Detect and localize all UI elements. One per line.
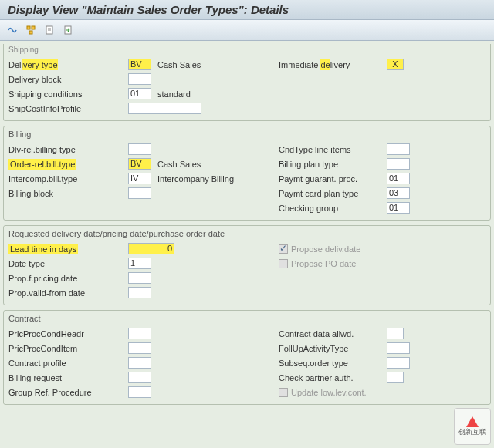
- checkbox-update-low[interactable]: [279, 388, 288, 397]
- toolbar: [0, 20, 494, 41]
- window-title: Display View "Maintain Sales Order Types…: [0, 0, 494, 20]
- label-lead-time: Lead time in days: [8, 244, 128, 254]
- label-bill-req: Billing request: [8, 373, 128, 382]
- field-dlv-rel[interactable]: [128, 143, 151, 155]
- svg-rect-0: [27, 26, 30, 29]
- label-pric-item: PricProcCondItem: [8, 344, 128, 353]
- label-delivery-type: Delivery type: [8, 60, 128, 69]
- label-bill-plan: Billing plan type: [279, 160, 387, 169]
- field-subseq[interactable]: [387, 357, 410, 369]
- field-contract-data[interactable]: [387, 328, 404, 339]
- toggle-icon[interactable]: [5, 22, 20, 38]
- label-propose-po: Propose PO date: [291, 259, 356, 268]
- watermark-logo: 创新互联: [454, 408, 491, 445]
- label-subseq: Subseq.order type: [279, 359, 387, 368]
- page-icon[interactable]: [42, 22, 57, 38]
- field-paymt-card[interactable]: 03: [387, 187, 410, 199]
- group-shipping: Shipping Delivery type BV Cash Sales Imm…: [3, 44, 491, 121]
- nav-icon[interactable]: [60, 22, 76, 38]
- label-shipcost: ShipCostInfoProfile: [8, 104, 128, 113]
- label-bill-block: Billing block: [8, 189, 128, 198]
- label-prop-valid: Prop.valid-from date: [8, 288, 128, 298]
- label-follup: FollUpActivityType: [279, 344, 387, 353]
- group-title-shipping: Shipping: [8, 44, 486, 57]
- label-date-type: Date type: [8, 259, 128, 268]
- svg-rect-2: [29, 31, 32, 34]
- field-date-type[interactable]: 1: [128, 258, 151, 269]
- field-prop-pricing[interactable]: [128, 272, 151, 284]
- tree-icon[interactable]: [23, 22, 39, 38]
- label-shipping-conditions: Shipping conditions: [8, 89, 128, 99]
- label-propose-deliv: Propose deliv.date: [291, 244, 360, 254]
- field-lead-time[interactable]: 0: [128, 243, 174, 254]
- field-immediate-delivery[interactable]: X: [387, 59, 404, 70]
- label-intercomp: Intercomp.bill.type: [8, 174, 128, 184]
- field-delivery-type[interactable]: BV: [128, 59, 151, 70]
- field-pric-headr[interactable]: [128, 328, 151, 339]
- label-update-low: Update low.lev.cont.: [291, 388, 367, 397]
- desc-intercomp: Intercompany Billing: [157, 174, 234, 184]
- label-delivery-block: Delivery block: [8, 75, 128, 84]
- label-contract-profile: Contract profile: [8, 359, 128, 368]
- group-requested: Requested delivery date/pricing date/pur…: [3, 225, 491, 305]
- field-check-partner[interactable]: [387, 372, 404, 383]
- group-title-contract: Contract: [8, 312, 486, 326]
- field-shipcost[interactable]: [128, 103, 201, 114]
- label-paymt-card: Paymt card plan type: [279, 189, 387, 198]
- field-shipping-conditions[interactable]: 01: [128, 88, 151, 99]
- group-billing: Billing Dlv-rel.billing type CndType lin…: [3, 126, 491, 221]
- desc-shipping-conditions: standard: [157, 89, 191, 99]
- field-bill-block[interactable]: [128, 187, 151, 199]
- field-intercomp[interactable]: IV: [128, 173, 151, 184]
- label-order-rel: Order-rel.bill.type: [8, 160, 128, 169]
- label-paymt-guar: Paymt guarant. proc.: [279, 174, 387, 184]
- desc-order-rel: Cash Sales: [157, 160, 201, 169]
- label-pric-headr: PricProcCondHeadr: [8, 329, 128, 339]
- group-title-billing: Billing: [8, 128, 486, 142]
- field-order-rel[interactable]: BV: [128, 158, 151, 170]
- label-cnd-type: CndType line items: [279, 145, 387, 154]
- triangle-icon: [466, 416, 479, 427]
- field-bill-req[interactable]: [128, 372, 151, 383]
- group-contract: Contract PricProcCondHeadr Contract data…: [3, 310, 491, 405]
- label-prop-pricing: Prop.f.pricing date: [8, 274, 128, 283]
- field-check-grp[interactable]: 01: [387, 202, 410, 214]
- label-check-partner: Check partner auth.: [279, 373, 387, 382]
- watermark-text: 创新互联: [458, 429, 486, 436]
- label-dlv-rel: Dlv-rel.billing type: [8, 145, 128, 154]
- svg-rect-1: [32, 26, 35, 29]
- field-prop-valid[interactable]: [128, 287, 151, 298]
- label-contract-data: Contract data allwd.: [279, 329, 387, 339]
- field-follup[interactable]: [387, 342, 410, 354]
- group-title-requested: Requested delivery date/pricing date/pur…: [8, 227, 486, 241]
- field-pric-item[interactable]: [128, 342, 151, 354]
- field-cnd-type[interactable]: [387, 143, 410, 155]
- content-area: Shipping Delivery type BV Cash Sales Imm…: [0, 41, 494, 448]
- checkbox-propose-deliv[interactable]: [279, 244, 288, 254]
- desc-delivery-type: Cash Sales: [157, 60, 201, 69]
- field-group-ref[interactable]: [128, 386, 151, 398]
- field-contract-profile[interactable]: [128, 357, 151, 369]
- label-immediate-delivery: Immediate delivery: [279, 60, 387, 69]
- label-group-ref: Group Ref. Procedure: [8, 388, 128, 397]
- checkbox-propose-po[interactable]: [279, 259, 288, 268]
- field-paymt-guar[interactable]: 01: [387, 173, 410, 184]
- field-bill-plan[interactable]: [387, 158, 410, 170]
- label-check-grp: Checking group: [279, 204, 387, 213]
- field-delivery-block[interactable]: [128, 73, 151, 85]
